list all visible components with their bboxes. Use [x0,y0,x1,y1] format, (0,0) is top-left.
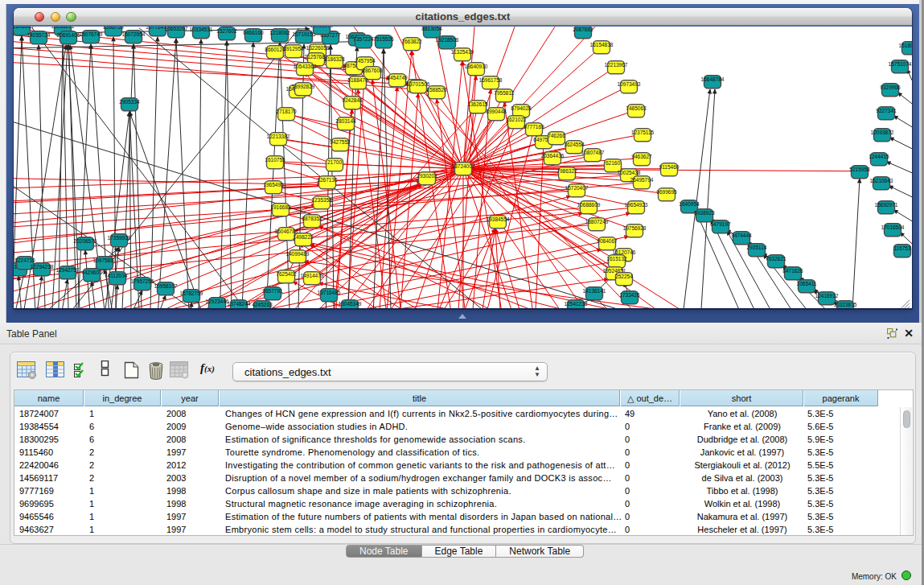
svg-text:9699695: 9699695 [656,189,677,195]
svg-text:7625402: 7625402 [276,271,297,277]
svg-text:12093872: 12093872 [871,130,894,135]
svg-text:16072954: 16072954 [122,31,146,37]
svg-text:10543362: 10543362 [294,64,317,69]
svg-text:16648784: 16648784 [701,76,725,82]
svg-text:12923446: 12923446 [206,299,229,304]
svg-text:16961758: 16961758 [479,77,503,83]
svg-text:1733426: 1733426 [619,292,640,298]
svg-text:9463627: 9463627 [631,154,652,159]
svg-text:15076749: 15076749 [80,31,103,37]
svg-text:10807487: 10807487 [581,150,605,155]
svg-text:14914479: 14914479 [301,273,324,278]
svg-text:20206576: 20206576 [74,238,97,244]
svg-text:10653267: 10653267 [165,27,188,31]
svg-text:9227341: 9227341 [876,108,897,113]
svg-text:2803144: 2803144 [335,118,356,124]
svg-text:10958107: 10958107 [154,283,178,289]
svg-text:1218062: 1218062 [269,30,290,35]
svg-text:18640910: 18640910 [465,64,488,69]
svg-text:15720407: 15720407 [565,185,589,191]
svg-text:8471626: 8471626 [782,268,803,274]
svg-text:1965495: 1965495 [263,182,284,187]
svg-text:16154838: 16154838 [590,42,614,47]
svg-text:1615132: 1615132 [606,256,627,262]
svg-text:1916682: 1916682 [270,204,291,210]
svg-text:4429607: 4429607 [81,270,102,275]
svg-text:10975867: 10975867 [93,257,117,263]
svg-text:9242848: 9242848 [342,97,363,103]
svg-text:18807249: 18807249 [585,219,609,225]
svg-text:13045349: 13045349 [339,301,362,307]
svg-text:9474444: 9474444 [731,233,752,238]
svg-text:7955812: 7955812 [494,90,515,96]
svg-text:16046788: 16046788 [275,229,298,234]
svg-text:7663822: 7663822 [401,39,422,44]
svg-text:5938923: 5938923 [694,210,715,216]
svg-text:3267130: 3267130 [317,177,338,183]
svg-text:12416912: 12416912 [815,293,839,299]
svg-text:1498222: 1498222 [293,234,314,240]
svg-text:12541238: 12541238 [565,301,588,307]
svg-text:7515526: 7515526 [373,36,394,42]
svg-text:18724007: 18724007 [452,163,475,169]
svg-text:10719155: 10719155 [293,31,316,37]
svg-text:9427552: 9427552 [330,139,351,145]
svg-text:8990448: 8990448 [486,109,507,114]
svg-text:22806503: 22806503 [14,27,34,29]
svg-text:5188470: 5188470 [347,77,368,83]
svg-text:1235358: 1235358 [311,197,332,203]
svg-text:2935114: 2935114 [747,245,767,250]
svg-text:18992829: 18992829 [292,84,315,89]
svg-text:19285201: 19285201 [51,27,75,29]
svg-text:8224730: 8224730 [14,257,35,263]
svg-text:1640954: 1640954 [679,201,700,207]
svg-text:8186328: 8186328 [324,56,345,62]
svg-text:3624554: 3624554 [564,142,585,147]
svg-text:20364436: 20364436 [541,153,565,159]
svg-text:7986322: 7986322 [556,168,577,174]
svg-text:26495794: 26495794 [630,177,654,183]
svg-text:4245263: 4245263 [252,302,273,307]
svg-text:2930203: 2930203 [417,173,437,179]
svg-text:12942757: 12942757 [56,267,80,273]
svg-text:7485063: 7485063 [626,105,647,111]
svg-text:15180586: 15180586 [899,43,912,48]
svg-text:17359938: 17359938 [108,235,131,241]
svg-text:2087682: 2087682 [573,27,593,32]
svg-text:2457954: 2457954 [355,58,376,64]
svg-text:4112034: 4112034 [108,273,128,278]
svg-text:1362615: 1362615 [467,101,488,107]
svg-text:19654923: 19654923 [625,202,648,208]
svg-text:1610755: 1610755 [265,157,285,163]
svg-text:11325419: 11325419 [451,49,474,55]
svg-text:6794028: 6794028 [511,105,532,111]
svg-text:19218506: 19218506 [436,37,459,43]
svg-text:19756928: 19756928 [623,225,647,231]
svg-text:5215958: 5215958 [849,167,870,172]
svg-text:252254: 252254 [615,274,633,279]
svg-text:62160: 62160 [606,160,620,166]
svg-text:9857791: 9857791 [262,288,283,294]
svg-text:9084067: 9084067 [597,238,618,244]
svg-text:12213382: 12213382 [267,134,290,139]
svg-text:14055724: 14055724 [27,32,51,38]
svg-text:6466160: 6466160 [243,30,264,35]
svg-text:16210643: 16210643 [870,178,893,183]
svg-text:9115460: 9115460 [659,164,680,170]
svg-text:9329966: 9329966 [880,84,901,90]
svg-text:746266: 746266 [548,133,565,138]
svg-text:17957255: 17957255 [131,278,154,284]
svg-text:1527602: 1527602 [216,28,237,34]
svg-text:1065411: 1065411 [797,281,817,286]
svg-text:15751074: 15751074 [889,61,912,67]
svg-text:1621022: 1621022 [506,117,527,122]
svg-text:2718170: 2718170 [276,109,297,114]
svg-text:19384554: 19384554 [487,216,510,222]
svg-text:8813054: 8813054 [421,27,442,31]
svg-text:10688609: 10688609 [577,202,601,208]
svg-text:13716485: 13716485 [318,290,341,295]
svg-text:16782759: 16782759 [180,290,203,296]
svg-text:9777169: 9777169 [524,124,544,130]
svg-text:10334531: 10334531 [190,27,213,32]
svg-text:6479197: 6479197 [710,221,731,227]
